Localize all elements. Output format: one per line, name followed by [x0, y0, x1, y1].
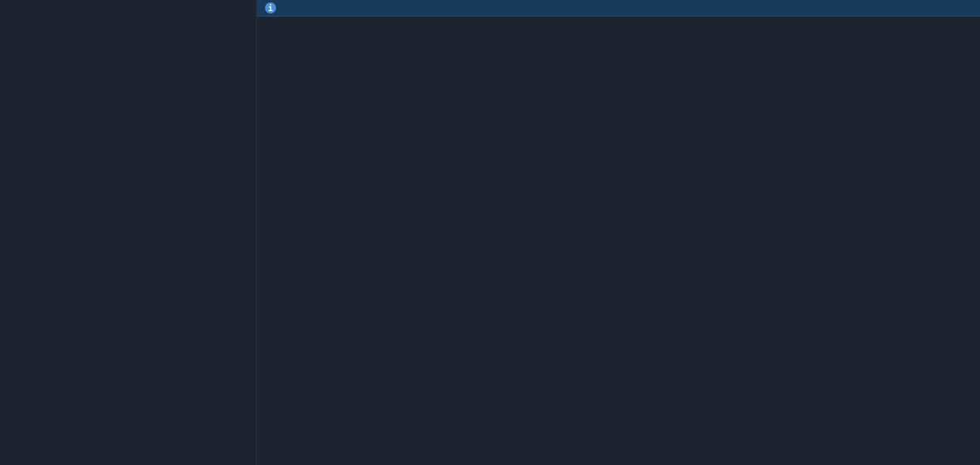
- code-area: [257, 17, 980, 465]
- info-icon: i: [265, 2, 276, 13]
- file-tree[interactable]: [0, 0, 257, 465]
- info-bar: i: [257, 0, 980, 17]
- line-numbers: [257, 17, 293, 465]
- editor-main: i: [257, 0, 980, 465]
- code-content[interactable]: [293, 17, 980, 465]
